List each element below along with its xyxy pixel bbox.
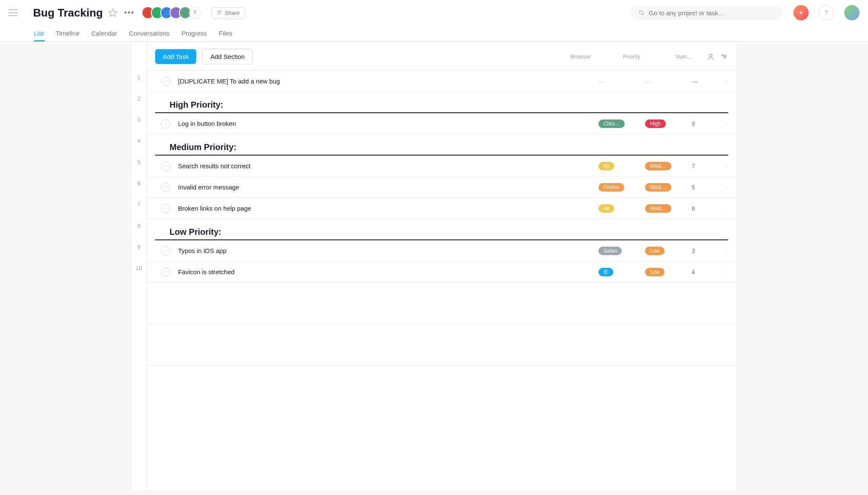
task-row[interactable]: Search results not correctAllMedi…7 (147, 156, 737, 177)
complete-checkbox[interactable] (161, 246, 170, 256)
task-title: Typos in iOS app (178, 247, 598, 254)
cell-number[interactable]: 5 (692, 184, 717, 191)
cell-priority[interactable]: High (645, 120, 692, 128)
sidebar-toggle[interactable] (8, 7, 20, 19)
task-title: Invalid error message (178, 184, 598, 191)
browser-pill: All (598, 162, 614, 170)
priority-pill: High (645, 120, 666, 128)
tab-calendar[interactable]: Calendar (91, 25, 117, 41)
complete-checkbox[interactable] (161, 119, 170, 128)
cell-priority[interactable]: — (645, 78, 692, 85)
plus-icon (798, 9, 804, 16)
share-button[interactable]: Share (211, 7, 245, 19)
cell-priority[interactable]: Medi… (645, 162, 692, 170)
svg-marker-0 (109, 9, 117, 16)
row-number: 8 (131, 215, 146, 236)
cell-browser[interactable]: IE (598, 268, 645, 276)
task-row[interactable]: Invalid error messageFirefoxMedi…5 (147, 177, 737, 198)
task-title: Log in button broken (178, 120, 598, 127)
chevron-right-icon[interactable] (717, 269, 728, 275)
svg-point-12 (725, 56, 726, 57)
add-section-button[interactable]: Add Section (202, 49, 253, 64)
chevron-right-icon[interactable] (717, 163, 728, 170)
priority-pill: Low (645, 268, 665, 276)
empty-row[interactable] (147, 345, 737, 366)
tab-list[interactable]: List (34, 25, 44, 41)
row-number: 1 (131, 67, 146, 88)
question-icon: ? (825, 9, 828, 16)
complete-checkbox[interactable] (161, 77, 170, 86)
complete-checkbox[interactable] (161, 183, 170, 192)
chevron-right-icon[interactable] (717, 184, 728, 191)
cell-priority[interactable]: Low (645, 247, 692, 255)
global-search[interactable] (631, 6, 783, 20)
cell-number[interactable]: 7 (692, 163, 717, 170)
cell-priority[interactable]: Medi… (645, 183, 692, 192)
cell-browser[interactable]: — (598, 78, 645, 85)
cell-browser[interactable]: Firefox (598, 183, 645, 192)
column-header-number[interactable]: Num… (676, 53, 701, 60)
cell-priority[interactable]: Low (645, 268, 692, 276)
tab-progress[interactable]: Progress (181, 25, 207, 41)
task-row[interactable]: Log in button brokenChro…High9 (147, 113, 737, 134)
filter-icon[interactable] (721, 53, 728, 61)
cell-number[interactable]: 9 (692, 120, 717, 127)
global-add-button[interactable] (793, 5, 809, 20)
chevron-right-icon[interactable] (717, 120, 728, 127)
search-input[interactable] (649, 9, 776, 17)
task-row[interactable]: Favicon is stretchedIELow4 (147, 261, 737, 283)
cell-number[interactable]: 6 (692, 205, 717, 212)
cell-browser[interactable]: All (598, 204, 645, 213)
view-tabs: List Timeline Calendar Conversations Pro… (8, 24, 860, 41)
user-menu-avatar[interactable] (844, 5, 860, 20)
cell-browser[interactable]: Safari (598, 247, 645, 255)
cell-number[interactable]: — (692, 78, 717, 85)
star-icon[interactable] (108, 8, 117, 17)
chevron-right-icon[interactable] (717, 248, 728, 254)
row-number: 2 (131, 88, 146, 109)
more-menu-icon[interactable]: ••• (122, 8, 136, 17)
cell-number[interactable]: 3 (692, 248, 717, 254)
tab-conversations[interactable]: Conversations (129, 25, 170, 41)
task-title: [DUPLICATE ME] To add a new bug (178, 78, 598, 85)
empty-dash: — (645, 78, 651, 85)
task-title: Broken links on help page (178, 205, 598, 212)
tab-timeline[interactable]: Timeline (56, 25, 79, 41)
column-header-browser[interactable]: Browser (570, 53, 617, 60)
cell-number[interactable]: 4 (692, 269, 717, 275)
column-header-priority[interactable]: Priority (623, 53, 670, 60)
section-header[interactable]: High Priority: (155, 95, 728, 113)
browser-pill: Firefox (598, 183, 624, 192)
row-number-gutter: 12345678910 (131, 42, 147, 490)
project-title: Bug Tracking (33, 6, 103, 19)
complete-checkbox[interactable] (161, 267, 170, 277)
chevron-right-icon[interactable] (717, 205, 728, 212)
empty-dash: — (598, 78, 604, 85)
svg-point-2 (220, 11, 221, 11)
row-number: 7 (131, 194, 146, 215)
help-button[interactable]: ? (819, 5, 834, 20)
priority-pill: Medi… (645, 183, 671, 192)
section-header[interactable]: Low Priority: (155, 222, 728, 240)
assignee-icon[interactable] (707, 53, 715, 61)
add-task-button[interactable]: Add Task (155, 49, 196, 64)
share-label: Share (225, 10, 240, 16)
complete-checkbox[interactable] (161, 161, 170, 171)
task-row[interactable]: [DUPLICATE ME] To add a new bug——— (147, 71, 737, 92)
empty-row[interactable] (147, 303, 737, 324)
task-row[interactable]: Broken links on help pageAllMedi…6 (147, 198, 737, 219)
cell-priority[interactable]: Medi… (645, 204, 692, 213)
row-number: 10 (131, 257, 146, 278)
tab-files[interactable]: Files (219, 25, 232, 41)
complete-checkbox[interactable] (161, 204, 170, 213)
browser-pill: IE (598, 268, 613, 276)
people-icon (217, 10, 223, 16)
cell-browser[interactable]: All (598, 162, 645, 170)
priority-pill: Low (645, 247, 665, 255)
member-avatars[interactable]: 7 (142, 6, 201, 19)
section-header[interactable]: Medium Priority: (155, 137, 728, 156)
cell-browser[interactable]: Chro… (598, 120, 645, 128)
avatar-overflow-count[interactable]: 7 (189, 7, 201, 19)
chevron-right-icon[interactable] (717, 78, 728, 85)
task-row[interactable]: Typos in iOS appSafariLow3 (147, 240, 737, 261)
